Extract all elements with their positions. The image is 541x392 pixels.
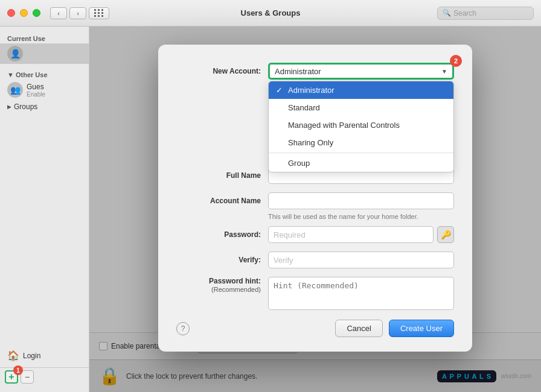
- current-user-section: Current Use: [0, 33, 89, 43]
- guest-avatar: 👥: [7, 82, 23, 98]
- password-hint-label: Password hint: (Recommended): [176, 277, 261, 294]
- sidebar-triangle: ▼: [7, 71, 14, 78]
- main-content: Current Use 👤 ▼ Other Use 👥 Gues Enable …: [0, 27, 541, 392]
- password-hint-row: Password hint: (Recommended): [176, 277, 454, 310]
- dropdown-divider: [269, 153, 453, 153]
- sidebar-item-current-user[interactable]: 👤: [0, 43, 89, 64]
- back-button[interactable]: ‹: [50, 7, 67, 19]
- option-sharing[interactable]: Sharing Only: [269, 134, 453, 151]
- add-badge: 1: [13, 365, 23, 375]
- dropdown-badge: 2: [450, 55, 462, 67]
- other-users-section: ▼ Other Use: [0, 69, 89, 80]
- account-name-row: Account Name: [176, 192, 454, 209]
- create-user-button[interactable]: Create User: [389, 320, 454, 337]
- sidebar-bottom-bar: + 1 −: [0, 367, 89, 386]
- new-account-label: New Account:: [176, 67, 261, 75]
- forward-button[interactable]: ›: [69, 7, 86, 19]
- avatar: 👤: [7, 46, 23, 62]
- search-placeholder: Search: [453, 9, 476, 17]
- new-account-row: New Account: Administrator ▼ 2 ✓: [176, 63, 454, 80]
- selected-option: Administrator: [275, 67, 321, 76]
- groups-label: Groups: [14, 103, 37, 111]
- verify-row: Verify:: [176, 251, 454, 268]
- verify-input[interactable]: [268, 251, 454, 268]
- sidebar: Current Use 👤 ▼ Other Use 👥 Gues Enable …: [0, 27, 89, 392]
- sidebar-item-groups[interactable]: ▶ Groups: [0, 100, 89, 113]
- traffic-lights: [7, 9, 40, 17]
- password-label: Password:: [176, 230, 261, 239]
- guest-sub: Enable: [27, 91, 45, 98]
- account-name-hint: This will be used as the name for your h…: [268, 213, 454, 220]
- cancel-button[interactable]: Cancel: [335, 320, 382, 337]
- add-user-button[interactable]: + 1: [5, 370, 18, 384]
- account-type-dropdown[interactable]: Administrator ▼ 2 ✓ Administrator: [268, 63, 454, 80]
- window-title: Users & Groups: [241, 8, 301, 17]
- chevron-down-icon: ▼: [441, 68, 447, 75]
- grid-icon: [94, 9, 104, 17]
- login-label: Login: [23, 352, 40, 360]
- modal-buttons: Cancel Create User: [335, 320, 454, 337]
- groups-arrow: ▶: [7, 104, 11, 110]
- option-group[interactable]: Group: [269, 154, 453, 172]
- new-user-modal: New Account: Administrator ▼ 2 ✓: [158, 45, 472, 352]
- help-button[interactable]: ?: [176, 322, 190, 335]
- title-bar: ‹ › Users & Groups 🔍 Search: [0, 0, 541, 27]
- full-name-label: Full Name: [176, 171, 261, 180]
- grid-view-button[interactable]: [89, 7, 109, 19]
- dropdown-menu: ✓ Administrator Standard Managed with Pa…: [268, 81, 454, 172]
- option-standard[interactable]: Standard: [269, 99, 453, 116]
- account-name-input[interactable]: [268, 192, 454, 209]
- search-box[interactable]: 🔍 Search: [437, 7, 534, 20]
- maximize-button[interactable]: [33, 9, 40, 17]
- sidebar-footer: 🏠 Login: [0, 344, 89, 367]
- modal-footer: ? Cancel Create User: [176, 320, 454, 337]
- password-input[interactable]: [268, 226, 434, 243]
- verify-label: Verify:: [176, 256, 261, 264]
- search-icon: 🔍: [443, 9, 451, 17]
- remove-user-button[interactable]: −: [21, 370, 34, 384]
- option-administrator[interactable]: ✓ Administrator: [269, 81, 453, 99]
- right-panel: New Account: Administrator ▼ 2 ✓: [89, 27, 541, 392]
- password-row: Password: 🔑: [176, 226, 454, 243]
- account-name-label: Account Name: [176, 197, 261, 205]
- close-button[interactable]: [7, 9, 15, 17]
- password-hint-input[interactable]: [268, 277, 454, 310]
- key-icon[interactable]: 🔑: [437, 226, 454, 243]
- modal-backdrop: New Account: Administrator ▼ 2 ✓: [89, 27, 541, 392]
- login-item[interactable]: 🏠 Login: [7, 350, 82, 361]
- home-icon: 🏠: [7, 350, 19, 361]
- dropdown-trigger[interactable]: Administrator ▼ 2: [268, 63, 454, 80]
- sidebar-item-guest[interactable]: 👥 Gues Enable: [0, 80, 89, 100]
- check-icon: ✓: [276, 86, 286, 95]
- minimize-button[interactable]: [20, 9, 28, 17]
- option-managed[interactable]: Managed with Parental Controls: [269, 116, 453, 134]
- nav-buttons: ‹ ›: [50, 7, 86, 19]
- guest-label: Gues: [27, 83, 45, 91]
